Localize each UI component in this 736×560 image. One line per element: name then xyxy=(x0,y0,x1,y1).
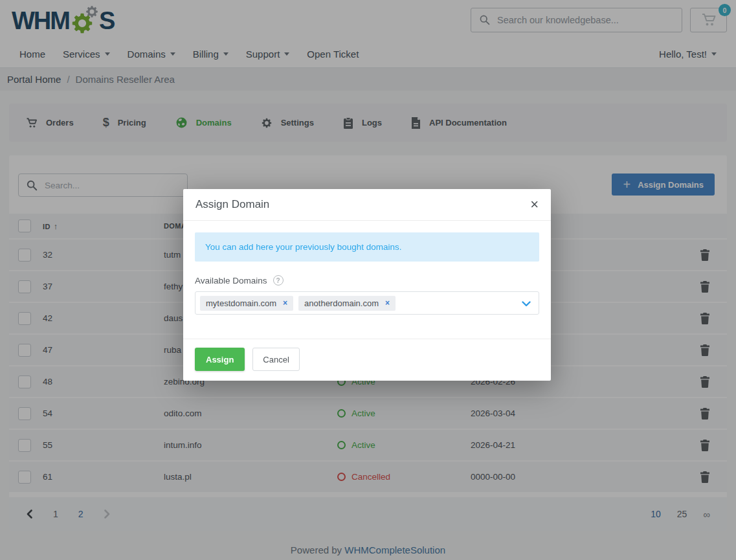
available-domains-select[interactable]: mytestdomain.com × anotherdomain.com × xyxy=(195,291,539,315)
modal-title: Assign Domain xyxy=(195,198,269,211)
help-icon[interactable]: ? xyxy=(273,275,284,286)
domain-tag: mytestdomain.com × xyxy=(200,296,293,311)
remove-tag-icon[interactable]: × xyxy=(385,298,390,308)
remove-tag-icon[interactable]: × xyxy=(283,298,287,308)
modal-footer: Assign Cancel xyxy=(183,339,551,381)
assign-domain-modal: Assign Domain × You can add here your pr… xyxy=(183,189,551,381)
info-alert: You can add here your previously bought … xyxy=(195,232,539,262)
modal-header: Assign Domain × xyxy=(183,189,551,221)
modal-body: You can add here your previously bought … xyxy=(183,221,551,339)
cancel-button[interactable]: Cancel xyxy=(252,348,299,371)
assign-button[interactable]: Assign xyxy=(195,348,245,371)
close-icon[interactable]: × xyxy=(530,197,539,212)
available-domains-label: Available Domains xyxy=(195,276,267,286)
chevron-down-icon xyxy=(522,301,531,307)
domain-tag: anotherdomain.com × xyxy=(298,296,396,311)
